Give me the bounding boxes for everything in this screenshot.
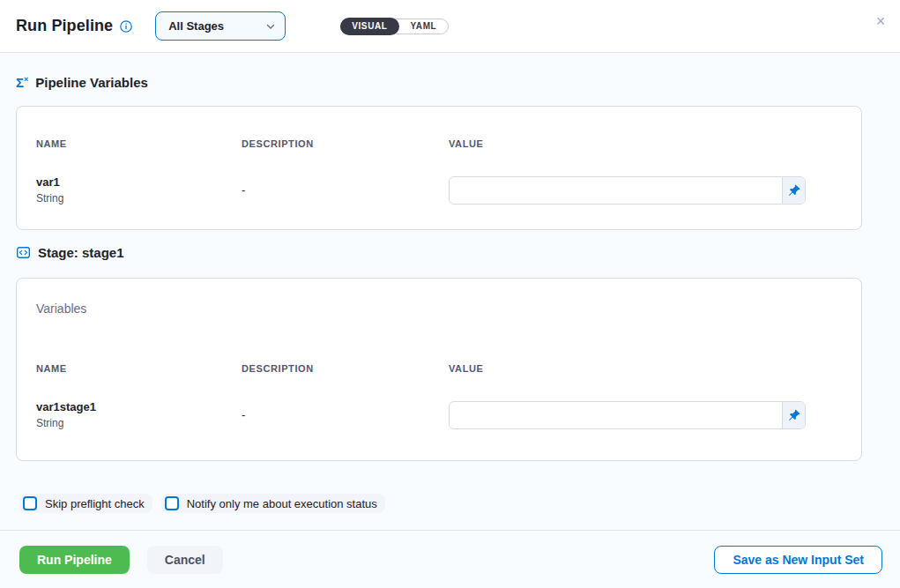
column-header-name: NAME xyxy=(36,363,242,374)
pin-addon-button[interactable] xyxy=(782,177,805,204)
skip-preflight-label: Skip preflight check xyxy=(45,497,145,510)
sigma-variables-icon: Σ× xyxy=(16,76,28,89)
toggle-visual[interactable]: VISUAL xyxy=(340,18,398,35)
execution-options: Skip preflight check Notify only me abou… xyxy=(19,494,385,513)
pipeline-variables-card: NAME DESCRIPTION VALUE var1 String - xyxy=(16,106,862,230)
close-icon[interactable]: × xyxy=(872,12,889,30)
table-row: var1 String - xyxy=(17,175,861,205)
variable-description: - xyxy=(242,183,449,197)
variable-value-cell xyxy=(449,401,842,429)
variable-value-input-group xyxy=(449,176,806,205)
var1stage1-value-input[interactable] xyxy=(450,402,782,428)
stage-heading: Stage: stage1 xyxy=(16,245,124,260)
variable-description: - xyxy=(242,408,449,421)
notify-me-label: Notify only me about execution status xyxy=(187,497,377,510)
variable-value-input-group xyxy=(449,401,806,429)
run-pipeline-button[interactable]: Run Pipeline xyxy=(19,546,130,574)
save-as-new-input-set-button[interactable]: Save as New Input Set xyxy=(714,546,882,574)
stage-selector-value: All Stages xyxy=(168,19,224,33)
stage-title: Stage: stage1 xyxy=(38,245,124,260)
column-header-value: VALUE xyxy=(449,363,842,374)
dialog-body: Σ× Pipeline Variables NAME DESCRIPTION V… xyxy=(0,53,900,530)
visual-yaml-toggle: VISUAL YAML xyxy=(340,19,449,34)
info-icon[interactable] xyxy=(120,20,132,33)
pin-icon xyxy=(788,184,800,197)
variable-type: String xyxy=(36,417,242,429)
skip-preflight-option[interactable]: Skip preflight check xyxy=(19,494,152,513)
pin-addon-button[interactable] xyxy=(782,402,805,428)
pipeline-variables-heading: Σ× Pipeline Variables xyxy=(16,75,148,90)
variable-name: var1 xyxy=(36,175,242,189)
variable-name-cell: var1 String xyxy=(36,175,242,205)
stage-icon xyxy=(16,245,31,260)
variable-type: String xyxy=(36,192,242,205)
var1-value-input[interactable] xyxy=(450,177,782,204)
pin-icon xyxy=(788,409,800,421)
variable-name-cell: var1stage1 String xyxy=(36,400,242,429)
column-header-name: NAME xyxy=(36,138,242,149)
cancel-button[interactable]: Cancel xyxy=(147,546,223,574)
notify-me-checkbox[interactable] xyxy=(165,496,179,510)
pipeline-variables-title: Pipeline Variables xyxy=(35,75,148,90)
dialog-footer: Run Pipeline Cancel Save as New Input Se… xyxy=(0,530,900,588)
notify-me-option[interactable]: Notify only me about execution status xyxy=(161,494,385,513)
page-title: Run Pipeline xyxy=(16,17,113,35)
column-header-value: VALUE xyxy=(449,138,842,149)
dialog-header: Run Pipeline All Stages VISUAL YAML × xyxy=(0,0,900,53)
variables-subheading: Variables xyxy=(36,301,842,316)
stage-selector-dropdown[interactable]: All Stages xyxy=(155,11,286,41)
pv-table-header: NAME DESCRIPTION VALUE xyxy=(17,138,861,149)
chevron-down-icon xyxy=(265,21,276,32)
toggle-yaml[interactable]: YAML xyxy=(399,19,449,34)
stage-variables-card: Variables NAME DESCRIPTION VALUE var1sta… xyxy=(16,278,862,461)
variable-value-cell xyxy=(449,176,842,205)
variable-name: var1stage1 xyxy=(36,400,242,413)
table-row: var1stage1 String - xyxy=(17,400,861,429)
stage-table-header: NAME DESCRIPTION VALUE xyxy=(17,363,861,374)
column-header-description: DESCRIPTION xyxy=(242,363,449,374)
skip-preflight-checkbox[interactable] xyxy=(23,496,37,510)
column-header-description: DESCRIPTION xyxy=(242,138,449,149)
